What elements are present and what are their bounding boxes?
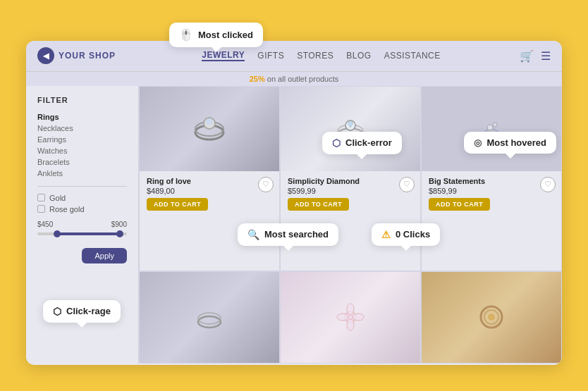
product-card-6 bbox=[421, 271, 562, 364]
filter-anklets[interactable]: Anklets bbox=[37, 168, 127, 179]
product-heart-3[interactable]: ♡ bbox=[540, 177, 556, 192]
click-error-icon: ⬡ bbox=[332, 137, 341, 149]
checkbox-rosegold-label: Rose gold bbox=[49, 205, 85, 213]
nav-jewelry[interactable]: JEWELRY bbox=[202, 50, 245, 61]
slider-track[interactable] bbox=[37, 232, 127, 235]
product-img-5 bbox=[281, 272, 420, 363]
add-to-cart-2[interactable]: ADD TO CART bbox=[288, 198, 349, 211]
checkbox-rosegold-row: Rose gold bbox=[37, 205, 127, 213]
nav-gifts[interactable]: GIFTS bbox=[257, 51, 284, 61]
main-content: FILTER Rings Necklaces Earrings Watches … bbox=[26, 86, 562, 364]
click-error-tooltip: ⬡ Click-error bbox=[322, 132, 402, 154]
product-img-2 bbox=[281, 87, 420, 171]
logo[interactable]: ◀ YOUR SHOP bbox=[37, 47, 116, 64]
rage-icon: ⬡ bbox=[53, 306, 61, 317]
most-searched-label: Most searched bbox=[264, 229, 329, 240]
search-icon: 🔍 bbox=[247, 229, 259, 240]
most-hovered-label: Most hovered bbox=[486, 137, 546, 148]
add-to-cart-3[interactable]: ADD TO CART bbox=[429, 198, 490, 211]
svg-point-7 bbox=[487, 125, 493, 130]
logo-icon: ◀ bbox=[37, 47, 54, 64]
menu-icon[interactable]: ☰ bbox=[541, 49, 551, 63]
promo-bar: 25% on all outlet products bbox=[26, 72, 562, 86]
product-info-3: Big Statements $859,99 ♡ ADD TO CART bbox=[422, 171, 561, 215]
price-min: $450 bbox=[37, 221, 53, 228]
products-area: Ring of love $489,00 ♡ ADD TO CART bbox=[139, 86, 562, 364]
svg-point-13 bbox=[347, 319, 354, 330]
product-heart-2[interactable]: ♡ bbox=[399, 177, 415, 192]
filter-necklaces[interactable]: Necklaces bbox=[37, 123, 127, 134]
ring2-image bbox=[140, 272, 279, 363]
product-card-3: Big Statements $859,99 ♡ ADD TO CART bbox=[421, 86, 562, 271]
svg-point-3 bbox=[206, 118, 213, 125]
product-info-2: Simplicity Diamond $599,99 ♡ ADD TO CART bbox=[281, 171, 420, 215]
nav-assistance[interactable]: ASSISTANCE bbox=[384, 51, 441, 61]
filter-title: FILTER bbox=[37, 96, 127, 104]
checkbox-gold[interactable] bbox=[37, 194, 45, 201]
add-to-cart-1[interactable]: ADD TO CART bbox=[147, 198, 208, 211]
navbar: ◀ YOUR SHOP JEWELRY GIFTS STORES BLOG AS… bbox=[26, 41, 562, 72]
most-hovered-tooltip: ◎ Most hovered bbox=[464, 132, 556, 154]
product-img-4 bbox=[140, 272, 279, 363]
click-rage-label: Click-rage bbox=[66, 306, 111, 316]
cart-icon[interactable]: 🛒 bbox=[520, 49, 534, 63]
most-clicked-label: Most clicked bbox=[198, 30, 253, 40]
cursor-icon: 🖱️ bbox=[179, 28, 193, 42]
filter-bracelets[interactable]: Bracelets bbox=[37, 156, 127, 168]
product-price-1: $489,00 bbox=[147, 187, 272, 195]
logo-text: YOUR SHOP bbox=[59, 51, 116, 61]
apply-button[interactable]: Apply bbox=[82, 248, 127, 263]
nav-icons: 🛒 ☰ bbox=[520, 49, 551, 63]
ring-image bbox=[140, 87, 279, 171]
nav-blog[interactable]: BLOG bbox=[346, 51, 371, 61]
product-price-2: $599,99 bbox=[288, 187, 413, 195]
click-rage-tooltip: ⬡ Click-rage bbox=[43, 300, 121, 323]
checkbox-rosegold[interactable] bbox=[37, 205, 45, 213]
product-name-3: Big Statements bbox=[429, 177, 554, 185]
gold-image bbox=[422, 272, 561, 363]
price-max: $900 bbox=[111, 221, 127, 228]
svg-point-14 bbox=[337, 314, 348, 321]
product-img-3 bbox=[422, 87, 561, 171]
nav-stores[interactable]: STORES bbox=[297, 51, 333, 61]
nav-links: JEWELRY GIFTS STORES BLOG ASSISTANCE bbox=[135, 50, 507, 61]
flower-image bbox=[281, 272, 420, 363]
svg-point-18 bbox=[488, 314, 495, 321]
product-card-5 bbox=[280, 271, 421, 364]
product-price-3: $859,99 bbox=[429, 187, 554, 195]
promo-text: on all outlet products bbox=[267, 75, 339, 83]
product-name-1: Ring of love bbox=[147, 177, 272, 185]
promo-highlight: 25% bbox=[250, 75, 265, 83]
hovered-icon: ◎ bbox=[474, 137, 482, 148]
zero-clicks-label: 0 Clicks bbox=[396, 229, 430, 240]
zero-clicks-tooltip: ⚠ 0 Clicks bbox=[372, 223, 440, 246]
most-searched-tooltip: 🔍 Most searched bbox=[238, 223, 338, 246]
warning-icon: ⚠ bbox=[381, 229, 391, 240]
most-clicked-tooltip: 🖱️ Most clicked bbox=[169, 23, 263, 47]
click-error-label: Click-error bbox=[345, 137, 392, 148]
svg-point-8 bbox=[493, 123, 497, 127]
product-card-4 bbox=[139, 271, 280, 364]
products-grid: Ring of love $489,00 ♡ ADD TO CART bbox=[139, 86, 562, 364]
checkbox-gold-label: Gold bbox=[49, 194, 66, 202]
product-name-2: Simplicity Diamond bbox=[288, 177, 413, 185]
sidebar: FILTER Rings Necklaces Earrings Watches … bbox=[26, 86, 139, 364]
filter-rings[interactable]: Rings bbox=[37, 111, 127, 123]
price-slider: $450 $900 bbox=[37, 221, 127, 235]
product-heart-1[interactable]: ♡ bbox=[258, 177, 274, 192]
filter-earrings[interactable]: Earrings bbox=[37, 134, 127, 145]
product-img-1 bbox=[140, 87, 279, 171]
product-info-1: Ring of love $489,00 ♡ ADD TO CART bbox=[140, 171, 279, 215]
bracelet-image bbox=[422, 87, 561, 171]
product-img-6 bbox=[422, 272, 561, 363]
checkbox-gold-row: Gold bbox=[37, 194, 127, 202]
diamond-image bbox=[281, 87, 420, 171]
svg-point-12 bbox=[347, 304, 354, 315]
svg-point-15 bbox=[353, 314, 364, 321]
filter-watches[interactable]: Watches bbox=[37, 145, 127, 156]
